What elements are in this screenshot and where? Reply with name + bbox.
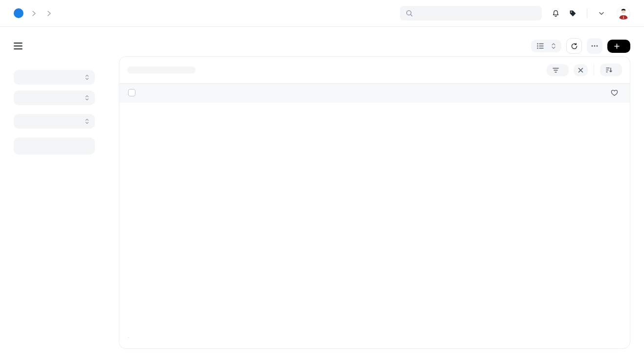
filter-name-input[interactable] — [14, 137, 95, 155]
refresh-button[interactable] — [566, 38, 582, 54]
page-header — [0, 27, 644, 56]
svg-point-1 — [571, 11, 572, 12]
list-footer — [119, 323, 630, 348]
assigned-to-filter[interactable] — [14, 70, 95, 85]
chevron-right-icon — [32, 11, 36, 16]
dots-icon — [591, 45, 598, 47]
svg-point-4 — [537, 45, 538, 46]
svg-point-6 — [592, 45, 593, 47]
tags-filter[interactable] — [14, 114, 95, 129]
id-search-input[interactable] — [127, 67, 196, 73]
chevron-down-icon — [599, 12, 604, 15]
sort-icon — [606, 67, 612, 73]
top-navigation — [0, 0, 644, 27]
created-by-filter[interactable] — [14, 91, 95, 105]
sort-arrows-icon — [552, 43, 555, 49]
close-icon — [578, 68, 583, 73]
list-card — [119, 56, 630, 349]
refresh-icon — [571, 43, 578, 50]
column-count — [519, 90, 621, 97]
svg-point-8 — [597, 45, 598, 47]
table-header — [119, 83, 630, 103]
heart-icon[interactable] — [611, 90, 618, 96]
list-icon — [537, 43, 544, 49]
bell-icon[interactable] — [552, 9, 560, 18]
breadcrumb — [26, 11, 57, 16]
filter-sidebar — [14, 56, 104, 349]
divider — [594, 65, 594, 75]
user-avatar[interactable] — [617, 6, 630, 20]
clear-filter-button[interactable] — [574, 64, 588, 76]
search-icon — [406, 10, 413, 17]
help-menu[interactable] — [597, 12, 604, 15]
sort-button[interactable] — [600, 64, 622, 76]
svg-point-5 — [537, 47, 538, 48]
table-body — [119, 103, 630, 323]
page-size-selector — [128, 337, 129, 338]
brand-logo[interactable] — [14, 8, 26, 18]
global-search[interactable] — [400, 6, 542, 21]
chevron-right-icon — [47, 11, 51, 16]
select-arrows-icon — [85, 118, 89, 124]
select-all-checkbox[interactable] — [128, 89, 135, 96]
svg-point-3 — [537, 43, 538, 44]
select-arrows-icon — [85, 95, 89, 101]
view-switcher[interactable] — [531, 40, 561, 52]
add-supplier-group-button[interactable] — [607, 40, 630, 53]
svg-point-7 — [594, 45, 596, 47]
brand-icon — [14, 8, 23, 18]
menu-toggle-icon[interactable] — [14, 43, 22, 49]
plus-icon — [614, 44, 620, 49]
select-arrows-icon — [85, 74, 89, 80]
list-toolbar — [119, 57, 630, 83]
divider — [587, 8, 587, 18]
tag-icon[interactable] — [569, 9, 577, 18]
more-menu-button[interactable] — [587, 38, 602, 54]
filter-icon — [553, 68, 559, 73]
filter-button[interactable] — [547, 64, 569, 76]
